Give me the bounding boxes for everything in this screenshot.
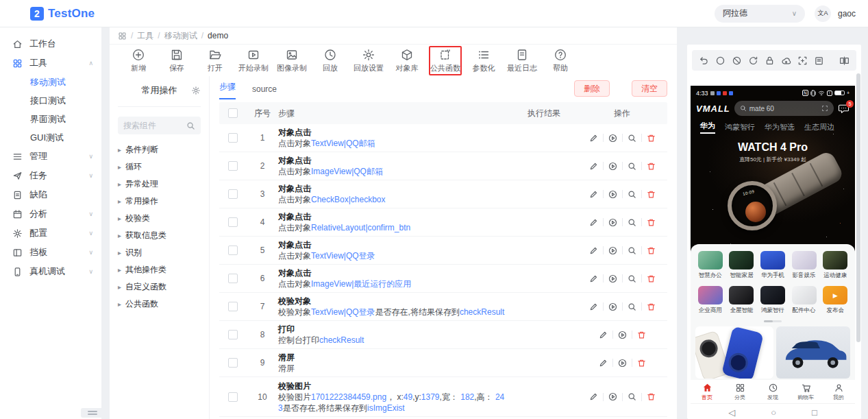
run-step-icon[interactable] bbox=[618, 331, 627, 339]
row-checkbox[interactable] bbox=[228, 189, 238, 199]
delete-icon[interactable] bbox=[647, 392, 656, 401]
sidebar-item-manage[interactable]: 管理 ∨ bbox=[0, 147, 101, 166]
playback-button[interactable]: 回放 bbox=[314, 47, 347, 75]
view-icon[interactable] bbox=[628, 392, 636, 401]
component-group-public-functions[interactable]: ▸公共函数 bbox=[118, 296, 201, 313]
component-group-custom-functions[interactable]: ▸自定义函数 bbox=[118, 278, 201, 296]
select-all-checkbox[interactable] bbox=[228, 108, 238, 118]
image-record-button[interactable]: 图像录制 bbox=[275, 47, 308, 75]
view-icon[interactable] bbox=[628, 246, 636, 255]
category-audio-video[interactable]: 影音娱乐 bbox=[789, 251, 820, 280]
object-link[interactable]: TextView|QQ邮箱 bbox=[311, 139, 375, 148]
sidebar-item-ui-test[interactable]: 界面测试 bbox=[0, 110, 101, 128]
android-back-button[interactable]: ◁ bbox=[728, 407, 735, 418]
parameterize-button[interactable]: 参数化 bbox=[467, 47, 500, 75]
object-link[interactable]: ImageView|最近运行的应用 bbox=[311, 279, 411, 289]
edit-icon[interactable] bbox=[589, 274, 598, 283]
edit-icon[interactable] bbox=[589, 392, 598, 401]
component-group-loop[interactable]: ▸循环 bbox=[118, 158, 201, 176]
delete-icon[interactable] bbox=[647, 190, 656, 199]
android-home-button[interactable]: ○ bbox=[771, 407, 776, 418]
sidebar-item-tools[interactable]: 工具 ∧ bbox=[0, 53, 101, 73]
row-checkbox[interactable] bbox=[228, 330, 238, 339]
gear-icon[interactable] bbox=[191, 86, 201, 95]
run-step-icon[interactable] bbox=[608, 302, 617, 311]
component-group-condition[interactable]: ▸条件判断 bbox=[118, 141, 201, 158]
sidebar-item-mobile-test[interactable]: 移动测试 bbox=[0, 73, 101, 91]
component-group-verify[interactable]: ▸校验类 bbox=[118, 210, 201, 227]
split-view-icon[interactable] bbox=[839, 56, 850, 66]
sidebar-item-config[interactable]: 配置 ∨ bbox=[0, 224, 101, 243]
run-step-icon[interactable] bbox=[608, 162, 617, 171]
sidebar-item-defects[interactable]: 缺陷 bbox=[0, 185, 101, 204]
category-smart-home[interactable]: 智能家居 bbox=[726, 251, 758, 280]
block-icon[interactable] bbox=[732, 56, 742, 66]
object-library-button[interactable]: 对象库 bbox=[390, 47, 423, 75]
view-icon[interactable] bbox=[628, 274, 636, 283]
component-group-exception[interactable]: ▸异常处理 bbox=[118, 176, 201, 193]
sidebar-item-tasks[interactable]: 任务 ∨ bbox=[0, 166, 101, 185]
object-link[interactable]: RelativeLayout|confirm_btn bbox=[311, 223, 410, 232]
row-checkbox[interactable] bbox=[228, 358, 238, 368]
category-smart-office[interactable]: 智慧办公 bbox=[695, 251, 726, 280]
save-button[interactable]: 保存 bbox=[160, 47, 193, 75]
delete-icon[interactable] bbox=[647, 302, 656, 311]
row-checkbox[interactable] bbox=[228, 217, 238, 227]
help-button[interactable]: 帮助 bbox=[544, 47, 577, 75]
circle-icon[interactable] bbox=[715, 56, 726, 66]
category-enterprise[interactable]: 企业商用 bbox=[695, 286, 726, 315]
edit-icon[interactable] bbox=[589, 190, 598, 199]
row-checkbox[interactable] bbox=[228, 161, 238, 171]
run-step-icon[interactable] bbox=[608, 190, 617, 199]
open-button[interactable]: 打开 bbox=[199, 47, 232, 75]
nav-discover[interactable]: 发现 bbox=[756, 383, 789, 401]
car-banner[interactable] bbox=[776, 326, 850, 379]
nav-cart[interactable]: 购物车 bbox=[789, 383, 822, 401]
user-name[interactable]: gaoc bbox=[838, 9, 856, 19]
category-harmony-drive[interactable]: 鸿蒙智行 bbox=[757, 286, 789, 315]
sidebar-item-stub[interactable]: 挡板 ∨ bbox=[0, 243, 101, 262]
sidebar-item-workbench[interactable]: 工作台 bbox=[0, 34, 101, 53]
variable-link[interactable]: isImgExist bbox=[367, 403, 405, 413]
mall-search-bar[interactable]: mate 60 bbox=[734, 101, 834, 116]
delete-icon[interactable] bbox=[647, 134, 656, 143]
component-group-recognize[interactable]: ▸识别 bbox=[118, 244, 201, 261]
lock-icon[interactable] bbox=[765, 56, 775, 66]
edit-icon[interactable] bbox=[589, 246, 598, 255]
run-step-icon[interactable] bbox=[608, 274, 617, 283]
tab-source[interactable]: source bbox=[252, 84, 277, 99]
sidebar-item-api-test[interactable]: 接口测试 bbox=[0, 91, 101, 110]
edit-icon[interactable] bbox=[589, 218, 598, 227]
recent-logs-button[interactable]: 最近日志 bbox=[506, 47, 538, 75]
mall-tab-select[interactable]: 华为智选 bbox=[765, 122, 795, 132]
object-link[interactable]: TextView|QQ登录 bbox=[311, 251, 375, 261]
view-icon[interactable] bbox=[628, 190, 636, 199]
mall-tab-harmony[interactable]: 鸿蒙智行 bbox=[725, 122, 755, 132]
category-sport-health[interactable]: 运动健康 bbox=[819, 251, 851, 280]
sidebar-item-gui-test[interactable]: GUI测试 bbox=[0, 128, 101, 147]
messages-button[interactable]: 5 bbox=[838, 104, 850, 114]
delete-icon[interactable] bbox=[637, 359, 646, 368]
delete-icon[interactable] bbox=[637, 331, 646, 339]
variable-link[interactable]: checkResult bbox=[319, 335, 364, 345]
run-step-icon[interactable] bbox=[608, 392, 617, 401]
phone-mirror[interactable]: 4:33 N ! + VMALL m bbox=[691, 86, 855, 419]
mall-tab-eco[interactable]: 生态周边 bbox=[804, 122, 834, 132]
watch-product-image[interactable]: 10:09 bbox=[691, 166, 855, 243]
component-search-input[interactable] bbox=[123, 121, 184, 130]
start-record-button[interactable]: 开始录制 bbox=[237, 47, 270, 75]
edit-icon[interactable] bbox=[589, 162, 598, 171]
delete-icon[interactable] bbox=[647, 246, 656, 255]
view-icon[interactable] bbox=[628, 134, 636, 143]
new-button[interactable]: 新增 bbox=[122, 47, 155, 75]
delete-button[interactable]: 删除 bbox=[574, 80, 610, 97]
object-link[interactable]: ImageView|QQ邮箱 bbox=[311, 167, 383, 176]
playback-settings-button[interactable]: 回放设置 bbox=[352, 47, 385, 75]
cloud-upload-icon[interactable] bbox=[781, 56, 791, 66]
undo-icon[interactable] bbox=[699, 56, 709, 66]
component-group-other-ops[interactable]: ▸其他操作类 bbox=[118, 261, 201, 278]
row-checkbox[interactable] bbox=[228, 246, 238, 255]
category-launch-event[interactable]: 发布会 bbox=[819, 286, 851, 315]
nav-categories[interactable]: 分类 bbox=[723, 383, 756, 401]
view-icon[interactable] bbox=[628, 302, 636, 311]
